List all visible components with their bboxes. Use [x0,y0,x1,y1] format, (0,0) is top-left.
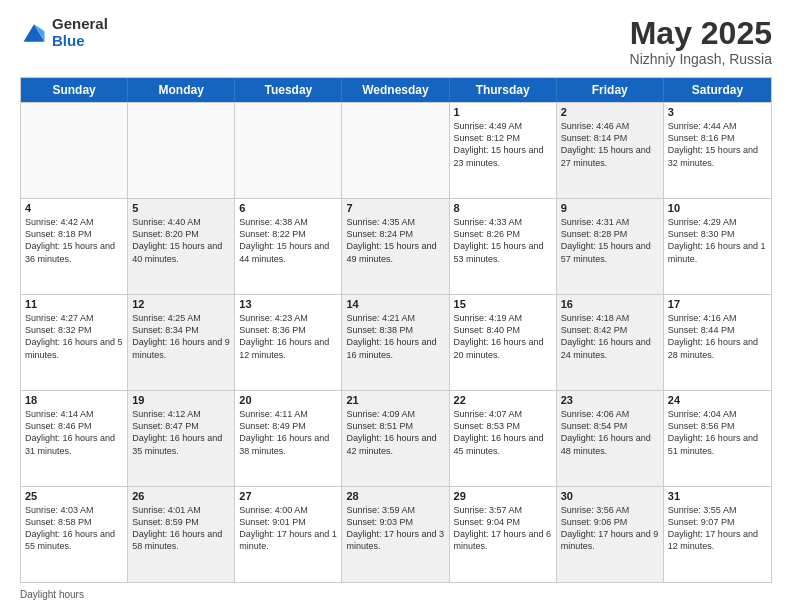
calendar-header-cell: Thursday [450,78,557,102]
day-number: 4 [25,202,123,214]
calendar-cell [128,103,235,198]
calendar-cell: 11Sunrise: 4:27 AM Sunset: 8:32 PM Dayli… [21,295,128,390]
calendar-cell: 4Sunrise: 4:42 AM Sunset: 8:18 PM Daylig… [21,199,128,294]
cell-text: Sunrise: 4:12 AM Sunset: 8:47 PM Dayligh… [132,408,230,457]
cell-text: Sunrise: 4:38 AM Sunset: 8:22 PM Dayligh… [239,216,337,265]
day-number: 19 [132,394,230,406]
cell-text: Sunrise: 3:55 AM Sunset: 9:07 PM Dayligh… [668,504,767,553]
calendar: SundayMondayTuesdayWednesdayThursdayFrid… [20,77,772,583]
day-number: 6 [239,202,337,214]
calendar-cell: 20Sunrise: 4:11 AM Sunset: 8:49 PM Dayli… [235,391,342,486]
calendar-cell [21,103,128,198]
calendar-cell [235,103,342,198]
calendar-cell: 28Sunrise: 3:59 AM Sunset: 9:03 PM Dayli… [342,487,449,582]
title-block: May 2025 Nizhniy Ingash, Russia [630,16,772,67]
calendar-cell: 10Sunrise: 4:29 AM Sunset: 8:30 PM Dayli… [664,199,771,294]
cell-text: Sunrise: 4:46 AM Sunset: 8:14 PM Dayligh… [561,120,659,169]
calendar-header-cell: Saturday [664,78,771,102]
calendar-cell: 31Sunrise: 3:55 AM Sunset: 9:07 PM Dayli… [664,487,771,582]
calendar-cell: 26Sunrise: 4:01 AM Sunset: 8:59 PM Dayli… [128,487,235,582]
title-month: May 2025 [630,16,772,51]
calendar-cell: 13Sunrise: 4:23 AM Sunset: 8:36 PM Dayli… [235,295,342,390]
day-number: 25 [25,490,123,502]
calendar-cell: 22Sunrise: 4:07 AM Sunset: 8:53 PM Dayli… [450,391,557,486]
day-number: 22 [454,394,552,406]
day-number: 18 [25,394,123,406]
calendar-header-cell: Wednesday [342,78,449,102]
cell-text: Sunrise: 4:21 AM Sunset: 8:38 PM Dayligh… [346,312,444,361]
day-number: 15 [454,298,552,310]
calendar-row: 11Sunrise: 4:27 AM Sunset: 8:32 PM Dayli… [21,294,771,390]
calendar-cell: 19Sunrise: 4:12 AM Sunset: 8:47 PM Dayli… [128,391,235,486]
day-number: 17 [668,298,767,310]
cell-text: Sunrise: 4:03 AM Sunset: 8:58 PM Dayligh… [25,504,123,553]
calendar-row: 18Sunrise: 4:14 AM Sunset: 8:46 PM Dayli… [21,390,771,486]
day-number: 13 [239,298,337,310]
day-number: 26 [132,490,230,502]
calendar-body: 1Sunrise: 4:49 AM Sunset: 8:12 PM Daylig… [21,102,771,582]
cell-text: Sunrise: 4:07 AM Sunset: 8:53 PM Dayligh… [454,408,552,457]
cell-text: Sunrise: 4:40 AM Sunset: 8:20 PM Dayligh… [132,216,230,265]
cell-text: Sunrise: 4:23 AM Sunset: 8:36 PM Dayligh… [239,312,337,361]
day-number: 5 [132,202,230,214]
logo-blue-text: Blue [52,32,85,49]
cell-text: Sunrise: 4:42 AM Sunset: 8:18 PM Dayligh… [25,216,123,265]
day-number: 23 [561,394,659,406]
calendar-cell: 25Sunrise: 4:03 AM Sunset: 8:58 PM Dayli… [21,487,128,582]
cell-text: Sunrise: 4:49 AM Sunset: 8:12 PM Dayligh… [454,120,552,169]
calendar-header-cell: Friday [557,78,664,102]
calendar-row: 4Sunrise: 4:42 AM Sunset: 8:18 PM Daylig… [21,198,771,294]
cell-text: Sunrise: 4:35 AM Sunset: 8:24 PM Dayligh… [346,216,444,265]
day-number: 29 [454,490,552,502]
calendar-header-cell: Monday [128,78,235,102]
day-number: 16 [561,298,659,310]
cell-text: Sunrise: 3:56 AM Sunset: 9:06 PM Dayligh… [561,504,659,553]
day-number: 9 [561,202,659,214]
day-number: 1 [454,106,552,118]
calendar-cell: 3Sunrise: 4:44 AM Sunset: 8:16 PM Daylig… [664,103,771,198]
cell-text: Sunrise: 4:00 AM Sunset: 9:01 PM Dayligh… [239,504,337,553]
calendar-header-row: SundayMondayTuesdayWednesdayThursdayFrid… [21,78,771,102]
cell-text: Sunrise: 4:27 AM Sunset: 8:32 PM Dayligh… [25,312,123,361]
cell-text: Sunrise: 4:44 AM Sunset: 8:16 PM Dayligh… [668,120,767,169]
calendar-cell [342,103,449,198]
calendar-cell: 5Sunrise: 4:40 AM Sunset: 8:20 PM Daylig… [128,199,235,294]
day-number: 10 [668,202,767,214]
day-number: 31 [668,490,767,502]
day-number: 27 [239,490,337,502]
cell-text: Sunrise: 4:14 AM Sunset: 8:46 PM Dayligh… [25,408,123,457]
day-number: 24 [668,394,767,406]
calendar-cell: 29Sunrise: 3:57 AM Sunset: 9:04 PM Dayli… [450,487,557,582]
calendar-cell: 23Sunrise: 4:06 AM Sunset: 8:54 PM Dayli… [557,391,664,486]
calendar-cell: 18Sunrise: 4:14 AM Sunset: 8:46 PM Dayli… [21,391,128,486]
calendar-cell: 15Sunrise: 4:19 AM Sunset: 8:40 PM Dayli… [450,295,557,390]
day-number: 21 [346,394,444,406]
calendar-cell: 21Sunrise: 4:09 AM Sunset: 8:51 PM Dayli… [342,391,449,486]
day-number: 20 [239,394,337,406]
cell-text: Sunrise: 3:57 AM Sunset: 9:04 PM Dayligh… [454,504,552,553]
day-number: 12 [132,298,230,310]
cell-text: Sunrise: 4:16 AM Sunset: 8:44 PM Dayligh… [668,312,767,361]
cell-text: Sunrise: 4:33 AM Sunset: 8:26 PM Dayligh… [454,216,552,265]
header: General Blue May 2025 Nizhniy Ingash, Ru… [20,16,772,67]
calendar-header-cell: Tuesday [235,78,342,102]
cell-text: Sunrise: 4:04 AM Sunset: 8:56 PM Dayligh… [668,408,767,457]
calendar-cell: 12Sunrise: 4:25 AM Sunset: 8:34 PM Dayli… [128,295,235,390]
page: General Blue May 2025 Nizhniy Ingash, Ru… [0,0,792,612]
cell-text: Sunrise: 4:01 AM Sunset: 8:59 PM Dayligh… [132,504,230,553]
logo-icon [20,19,48,47]
cell-text: Sunrise: 4:29 AM Sunset: 8:30 PM Dayligh… [668,216,767,265]
day-number: 8 [454,202,552,214]
calendar-row: 25Sunrise: 4:03 AM Sunset: 8:58 PM Dayli… [21,486,771,582]
calendar-cell: 24Sunrise: 4:04 AM Sunset: 8:56 PM Dayli… [664,391,771,486]
logo: General Blue [20,16,108,49]
footer: Daylight hours [20,589,772,600]
calendar-cell: 2Sunrise: 4:46 AM Sunset: 8:14 PM Daylig… [557,103,664,198]
cell-text: Sunrise: 4:06 AM Sunset: 8:54 PM Dayligh… [561,408,659,457]
cell-text: Sunrise: 4:31 AM Sunset: 8:28 PM Dayligh… [561,216,659,265]
day-number: 14 [346,298,444,310]
cell-text: Sunrise: 4:18 AM Sunset: 8:42 PM Dayligh… [561,312,659,361]
day-number: 7 [346,202,444,214]
cell-text: Sunrise: 4:11 AM Sunset: 8:49 PM Dayligh… [239,408,337,457]
footer-label: Daylight hours [20,589,84,600]
